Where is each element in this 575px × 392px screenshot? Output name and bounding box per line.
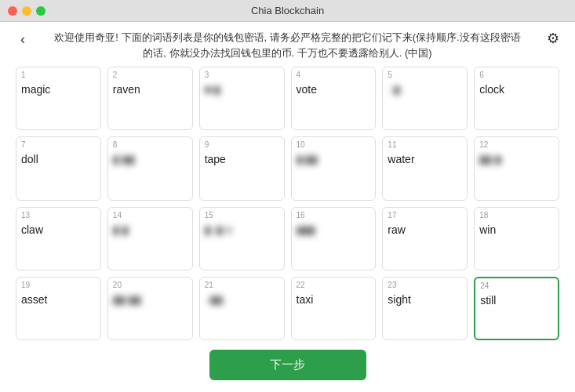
cell-word: taxi — [297, 293, 371, 306]
word-cell-5: 5··▮· — [382, 67, 468, 130]
window-title: Chia Blockchain — [251, 5, 324, 16]
cell-word: ▮··▮·e — [205, 223, 279, 236]
word-cell-12: 12▮▮·▮· — [474, 136, 559, 200]
word-cell-16: 16▮▮▮ — [291, 207, 377, 270]
word-cell-4: 4vote — [291, 67, 377, 130]
word-grid: 1magic2raven3■·▮4vote5··▮·6clock7doll8▮·… — [16, 67, 559, 340]
cell-word: doll — [21, 153, 96, 165]
header-line2: 的话, 你就没办法找回钱包里的币. 千万也不要透露给别人. — [143, 47, 402, 59]
cell-number: 23 — [388, 281, 396, 290]
cell-word: tape — [205, 153, 279, 165]
cell-word: raven — [113, 83, 187, 96]
cell-number: 5 — [388, 71, 392, 80]
main-content: ‹ 欢迎使用奇亚! 下面的词语列表是你的钱包密语, 请务必严格完整的把它们记下来… — [0, 22, 575, 392]
cell-number: 20 — [113, 281, 122, 290]
cell-number: 9 — [205, 140, 209, 150]
word-cell-15: 15▮··▮·e — [199, 207, 285, 270]
cell-number: 10 — [297, 140, 305, 150]
cell-word: ▮▮·▮· — [479, 153, 554, 165]
maximize-button[interactable] — [36, 6, 45, 16]
cell-word: still — [480, 294, 553, 307]
cell-word: ▮▮▮ — [297, 223, 371, 236]
header-lang: (中国) — [405, 47, 432, 59]
cell-number: 7 — [21, 140, 26, 150]
cell-number: 12 — [479, 140, 488, 150]
word-cell-9: 9tape — [199, 136, 285, 200]
word-cell-13: 13claw — [16, 207, 101, 270]
cell-word: ▮·▮ — [113, 223, 187, 236]
cell-number: 17 — [388, 211, 396, 220]
title-bar: Chia Blockchain — [0, 0, 575, 22]
word-cell-18: 18win — [474, 207, 559, 270]
cell-word: ■·▮ — [205, 83, 279, 96]
cell-word: claw — [21, 223, 96, 236]
word-cell-3: 3■·▮ — [199, 67, 285, 130]
cell-word: sight — [388, 293, 462, 306]
cell-number: 22 — [297, 281, 305, 290]
word-cell-10: 10▮·▮▮ — [291, 136, 377, 200]
word-cell-11: 11water — [382, 136, 468, 200]
next-button[interactable]: 下一步 — [209, 350, 366, 380]
cell-number: 16 — [297, 211, 305, 220]
minimize-button[interactable] — [22, 6, 31, 16]
cell-word: ▮·▮▮ — [113, 153, 187, 165]
cell-word: ··▮· — [388, 83, 462, 96]
cell-word: magic — [21, 83, 96, 96]
word-cell-19: 19asset — [16, 277, 101, 340]
cell-word: ▮·▮▮ — [297, 153, 371, 165]
cell-word: water — [388, 153, 462, 165]
back-button[interactable]: ‹ — [16, 30, 30, 49]
word-cell-7: 7doll — [16, 136, 101, 200]
cell-number: 8 — [113, 140, 118, 150]
cell-number: 6 — [479, 71, 484, 80]
cell-number: 1 — [21, 71, 26, 80]
word-cell-21: 21··▮▮· — [199, 277, 285, 340]
word-cell-24: 24still — [474, 277, 559, 340]
word-cell-6: 6clock — [474, 67, 559, 130]
word-cell-2: 2raven — [107, 67, 193, 130]
cell-number: 18 — [479, 211, 488, 220]
word-cell-14: 14▮·▮ — [107, 207, 193, 270]
cell-word: raw — [388, 223, 462, 236]
cell-number: 2 — [113, 71, 118, 80]
header-text: 欢迎使用奇亚! 下面的词语列表是你的钱包密语, 请务必严格完整的把它们记下来(保… — [16, 30, 559, 60]
cell-number: 15 — [205, 211, 213, 220]
word-cell-8: 8▮·▮▮ — [107, 136, 193, 200]
cell-number: 11 — [388, 140, 396, 150]
cell-number: 24 — [480, 281, 489, 291]
word-cell-17: 17raw — [382, 207, 468, 270]
word-cell-1: 1magic — [16, 67, 101, 130]
word-cell-23: 23sight — [382, 277, 468, 340]
cell-word: clock — [479, 83, 554, 96]
cell-word: ··▮▮· — [205, 293, 279, 306]
header-line1: 欢迎使用奇亚! 下面的词语列表是你的钱包密语, 请务必严格完整的把它们记下来(保… — [54, 31, 520, 43]
cell-number: 4 — [297, 71, 301, 80]
cell-number: 21 — [205, 281, 213, 290]
window-controls[interactable] — [8, 6, 45, 16]
header-row: ‹ 欢迎使用奇亚! 下面的词语列表是你的钱包密语, 请务必严格完整的把它们记下来… — [16, 30, 559, 60]
cell-number: 3 — [205, 71, 209, 80]
close-button[interactable] — [8, 6, 17, 16]
settings-button[interactable]: ⚙ — [547, 30, 559, 47]
cell-word: ▮▮·▮▮ — [113, 293, 187, 306]
cell-number: 19 — [21, 281, 30, 290]
cell-word: win — [479, 223, 554, 236]
word-cell-22: 22taxi — [291, 277, 377, 340]
cell-number: 13 — [21, 211, 30, 220]
cell-word: asset — [21, 293, 96, 306]
word-cell-20: 20▮▮·▮▮ — [107, 277, 193, 340]
cell-number: 14 — [113, 211, 122, 220]
cell-word: vote — [297, 83, 371, 96]
